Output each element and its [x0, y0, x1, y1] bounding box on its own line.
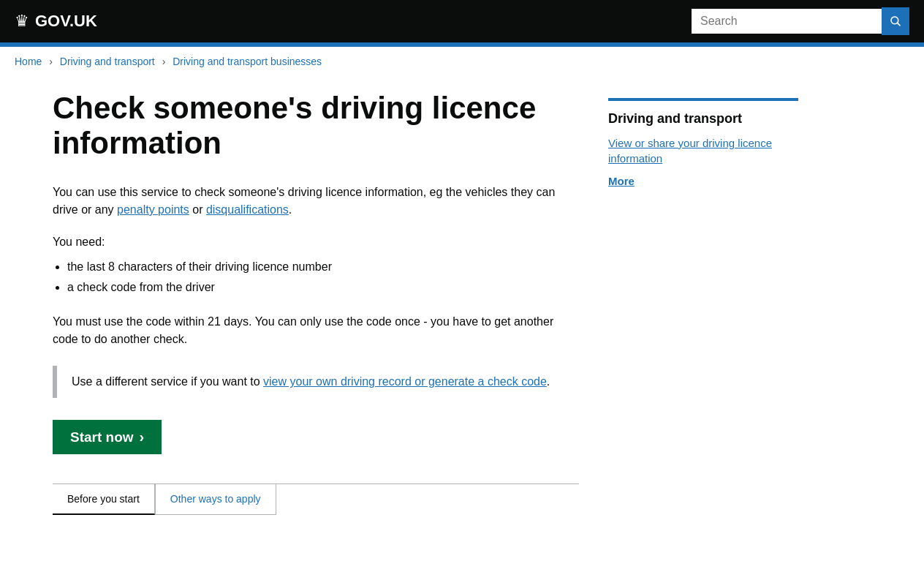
search-icon [889, 15, 902, 28]
start-now-arrow-icon: › [140, 429, 145, 445]
you-need-label: You need: [53, 233, 579, 251]
search-button[interactable] [882, 7, 909, 35]
sidebar-driving-licence-link[interactable]: View or share your driving licence infor… [608, 135, 798, 166]
intro-text: You can use this service to check someon… [53, 184, 579, 219]
sidebar-more-link[interactable]: More [608, 175, 798, 187]
sidebar-blue-bar [608, 98, 798, 101]
bottom-tabs: Before you start Other ways to apply [53, 483, 579, 515]
breadcrumb-sep-1: › [49, 56, 53, 67]
site-header: ♛ GOV.UK [0, 0, 924, 42]
penalty-points-link[interactable]: penalty points [117, 203, 189, 216]
main-container: Check someone's driving licence informat… [38, 76, 886, 544]
intro-end: . [289, 203, 292, 216]
tab-other-ways-link[interactable]: Other ways to apply [170, 493, 261, 505]
inset-before-link: Use a different service if you want to [72, 375, 263, 388]
code-note: You must use the code within 21 days. Yo… [53, 313, 579, 348]
breadcrumb-sep-2: › [162, 56, 166, 67]
start-now-button[interactable]: Start now › [53, 420, 162, 454]
crown-icon: ♛ [15, 12, 29, 31]
tab-before-you-start[interactable]: Before you start [53, 484, 155, 515]
tab-other-ways[interactable]: Other ways to apply [155, 484, 276, 515]
inset-callout: Use a different service if you want to v… [53, 366, 579, 398]
requirements-list: the last 8 characters of their driving l… [67, 257, 579, 299]
list-item: a check code from the driver [67, 277, 579, 298]
inset-text: Use a different service if you want to v… [72, 373, 564, 391]
page-title: Check someone's driving licence informat… [53, 91, 579, 162]
breadcrumb-businesses[interactable]: Driving and transport businesses [173, 56, 322, 67]
breadcrumb: Home › Driving and transport › Driving a… [0, 47, 924, 76]
tab-before-you-start-label: Before you start [67, 493, 140, 505]
intro-mid: or [189, 203, 206, 216]
content-area: Check someone's driving licence informat… [53, 91, 579, 515]
disqualifications-link[interactable]: disqualifications [206, 203, 289, 216]
logo-text: GOV.UK [35, 12, 97, 31]
breadcrumb-home[interactable]: Home [15, 56, 42, 67]
breadcrumb-driving[interactable]: Driving and transport [60, 56, 155, 67]
sidebar-title: Driving and transport [608, 111, 798, 127]
inset-link[interactable]: view your own driving record or generate… [263, 375, 547, 388]
list-item: the last 8 characters of their driving l… [67, 257, 579, 278]
inset-after-link: . [547, 375, 550, 388]
start-now-label: Start now [70, 429, 134, 445]
search-form [692, 7, 909, 35]
sidebar: Driving and transport View or share your… [608, 91, 798, 515]
logo-area: ♛ GOV.UK [15, 12, 97, 31]
search-input[interactable] [692, 9, 882, 34]
